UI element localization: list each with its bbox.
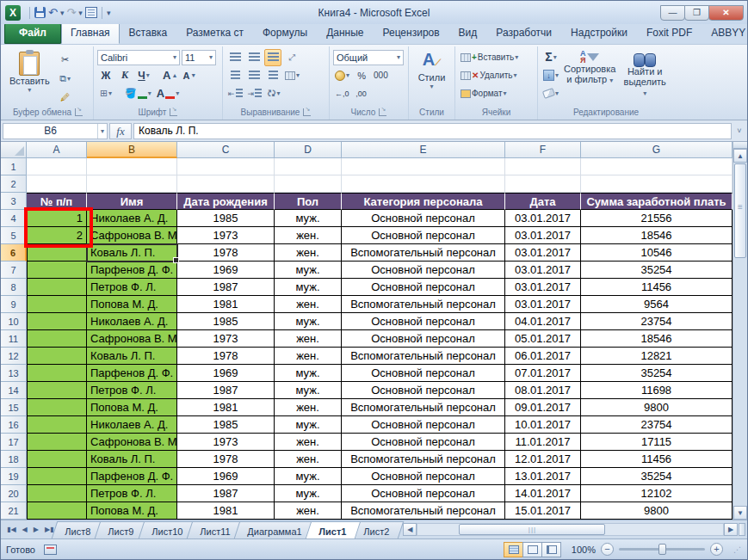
- align-bottom-button[interactable]: [264, 49, 281, 66]
- align-middle-button[interactable]: [245, 49, 263, 66]
- cell-F10[interactable]: 04.01.2017: [505, 313, 581, 330]
- cell-B6[interactable]: Коваль Л. П.: [87, 244, 177, 262]
- cell-F7[interactable]: 03.01.2017: [505, 262, 581, 279]
- scroll-left-icon[interactable]: ◀: [403, 523, 417, 536]
- row-header-16[interactable]: 16: [1, 416, 27, 434]
- cell-A10[interactable]: [27, 313, 87, 330]
- zoom-slider[interactable]: [619, 548, 705, 551]
- cell-E9[interactable]: Вспомогательный персонал: [342, 296, 505, 313]
- cell-D2[interactable]: [275, 175, 342, 193]
- cell-C11[interactable]: 1973: [177, 330, 275, 348]
- cell-D14[interactable]: муж.: [275, 382, 342, 399]
- wrap-text-button[interactable]: 🗘▾: [265, 85, 282, 102]
- cell-A9[interactable]: [27, 296, 87, 313]
- sort-filter-button[interactable]: АЯ Сортировкаи фильтр ▾: [560, 48, 619, 102]
- insert-function-button[interactable]: fx: [109, 123, 132, 139]
- column-header-B[interactable]: B: [87, 142, 177, 158]
- cell-B10[interactable]: Николаев А. Д.: [87, 313, 177, 330]
- row-header-5[interactable]: 5: [1, 227, 27, 244]
- align-right-button[interactable]: [264, 67, 281, 84]
- tab-home[interactable]: Главная: [61, 22, 120, 44]
- cell-E14[interactable]: Основной персонал: [342, 382, 505, 399]
- row-header-14[interactable]: 14: [1, 382, 27, 399]
- cell-C5[interactable]: 1973: [177, 227, 275, 244]
- cell-C4[interactable]: 1985: [177, 210, 275, 227]
- first-sheet-icon[interactable]: ▮◀: [4, 524, 19, 535]
- row-header-12[interactable]: 12: [1, 348, 27, 365]
- cell-A21[interactable]: [27, 502, 87, 520]
- row-header-19[interactable]: 19: [1, 468, 27, 485]
- row-header-10[interactable]: 10: [1, 313, 27, 330]
- scroll-down-icon[interactable]: ▼: [733, 506, 747, 520]
- cell-E6[interactable]: Вспомогательный персонал: [342, 244, 505, 262]
- cell-C17[interactable]: 1973: [177, 434, 275, 451]
- cell-G12[interactable]: 12821: [581, 348, 733, 365]
- cell-E16[interactable]: Основной персонал: [342, 416, 505, 434]
- row-header-21[interactable]: 21: [1, 502, 27, 520]
- cell-A13[interactable]: [27, 365, 87, 382]
- vertical-split-handle[interactable]: [733, 142, 747, 149]
- table-header-A3[interactable]: № п/п: [27, 193, 87, 210]
- cells-grid[interactable]: ABCDEFG123№ п/пИмяДата рожденияПолКатего…: [1, 142, 733, 520]
- cell-G19[interactable]: 35254: [581, 468, 733, 485]
- cell-F21[interactable]: 15.01.2017: [505, 502, 581, 520]
- cell-C19[interactable]: 1969: [177, 468, 275, 485]
- row-header-8[interactable]: 8: [1, 279, 27, 296]
- cell-C14[interactable]: 1987: [177, 382, 275, 399]
- cell-D7[interactable]: муж.: [275, 262, 342, 279]
- clipboard-dialog-launcher-icon[interactable]: [75, 108, 83, 116]
- cell-E5[interactable]: Основной персонал: [342, 227, 505, 244]
- cell-B17[interactable]: Сафронова В. М.: [87, 434, 177, 451]
- cell-E8[interactable]: Основной персонал: [342, 279, 505, 296]
- tab-insert[interactable]: Вставка: [120, 22, 177, 44]
- underline-button[interactable]: Ч▾: [135, 67, 152, 84]
- row-header-17[interactable]: 17: [1, 434, 27, 451]
- cell-C16[interactable]: 1985: [177, 416, 275, 434]
- cell-B7[interactable]: Парфенов Д. Ф.: [87, 262, 177, 279]
- font-family-combo[interactable]: Calibri▾: [97, 50, 180, 65]
- cell-D11[interactable]: жен.: [275, 330, 342, 348]
- cell-E15[interactable]: Вспомогательный персонал: [342, 399, 505, 416]
- cell-D21[interactable]: жен.: [275, 502, 342, 520]
- cell-B15[interactable]: Попова М. Д.: [87, 399, 177, 416]
- cell-C1[interactable]: [177, 158, 275, 175]
- table-header-C3[interactable]: Дата рождения: [177, 193, 275, 210]
- cell-G7[interactable]: 35254: [581, 262, 733, 279]
- select-all-corner[interactable]: [1, 142, 27, 158]
- cell-G6[interactable]: 10546: [581, 244, 733, 262]
- insert-cells-button[interactable]: +Вставить▾: [459, 49, 520, 66]
- row-header-7[interactable]: 7: [1, 262, 27, 279]
- find-select-button[interactable]: Найти ивыделить ▾: [619, 48, 671, 102]
- cell-G9[interactable]: 9564: [581, 296, 733, 313]
- tab-review[interactable]: Рецензиров: [373, 22, 448, 44]
- cell-C15[interactable]: 1981: [177, 399, 275, 416]
- cell-G16[interactable]: 23754: [581, 416, 733, 434]
- zoom-out-button[interactable]: −: [601, 543, 614, 556]
- cell-F9[interactable]: 03.01.2017: [505, 296, 581, 313]
- row-header-18[interactable]: 18: [1, 451, 27, 468]
- table-header-F3[interactable]: Дата: [505, 193, 581, 210]
- column-header-F[interactable]: F: [505, 142, 581, 158]
- cell-A4[interactable]: 1: [27, 210, 87, 227]
- formula-input[interactable]: Коваль Л. П.: [133, 123, 732, 139]
- cell-C20[interactable]: 1987: [177, 485, 275, 502]
- row-header-11[interactable]: 11: [1, 330, 27, 348]
- view-normal-button[interactable]: [504, 542, 523, 557]
- cut-button[interactable]: ✂: [57, 51, 74, 68]
- orientation-button[interactable]: ⤢: [283, 49, 300, 66]
- macro-record-icon[interactable]: [44, 545, 57, 555]
- zoom-in-button[interactable]: +: [710, 543, 723, 556]
- borders-button[interactable]: ⊞▾: [97, 85, 114, 102]
- cell-G4[interactable]: 21556: [581, 210, 733, 227]
- cell-G11[interactable]: 18546: [581, 330, 733, 348]
- vertical-scrollbar[interactable]: ▲ ▼: [733, 142, 747, 520]
- cell-F1[interactable]: [505, 158, 581, 175]
- shrink-font-button[interactable]: А▼: [181, 67, 198, 84]
- cell-B2[interactable]: [87, 175, 177, 193]
- cell-A18[interactable]: [27, 451, 87, 468]
- table-header-G3[interactable]: Сумма заработной плать: [581, 193, 733, 210]
- tab-addins[interactable]: Надстройки: [561, 22, 637, 44]
- table-header-E3[interactable]: Категория персонала: [342, 193, 505, 210]
- cell-A19[interactable]: [27, 468, 87, 485]
- cell-C10[interactable]: 1985: [177, 313, 275, 330]
